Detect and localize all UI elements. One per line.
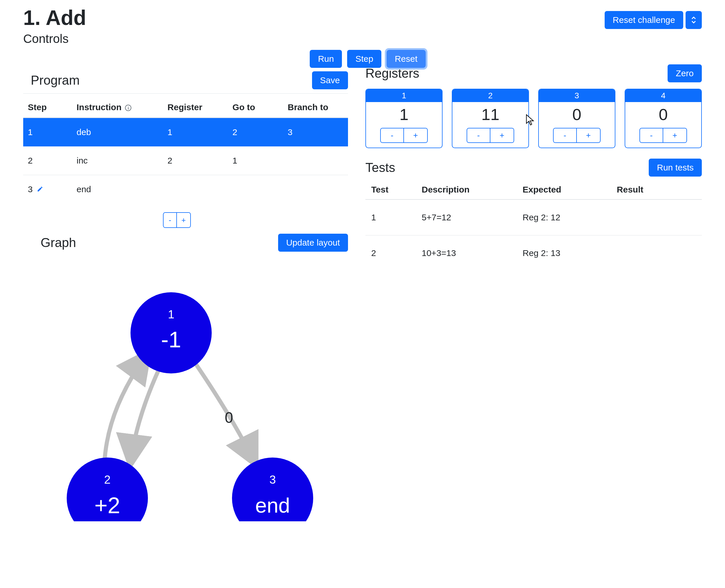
registers-heading: Registers	[366, 66, 419, 81]
svg-text:-1: -1	[161, 327, 181, 352]
col-expected: Expected	[517, 180, 611, 200]
program-cell: 2	[228, 118, 283, 146]
program-cell	[228, 175, 283, 204]
program-table: Step Instruction i Register Go to Branch…	[23, 97, 348, 204]
register-value: 0	[572, 102, 581, 128]
col-test: Test	[366, 180, 416, 200]
col-goto: Go to	[228, 97, 283, 118]
update-layout-button[interactable]: Update layout	[278, 234, 348, 252]
program-heading: Program	[23, 73, 80, 88]
svg-text:2: 2	[104, 473, 110, 486]
svg-text:3: 3	[269, 473, 276, 486]
col-step: Step	[23, 97, 72, 118]
graph-node-1[interactable]: 1 -1	[130, 292, 212, 374]
svg-text:1: 1	[168, 308, 174, 321]
register-2: 2 11 - +	[452, 89, 529, 148]
program-row[interactable]: 3 end	[23, 175, 348, 204]
challenge-select-button[interactable]	[686, 11, 702, 29]
program-cell: 3	[283, 118, 348, 146]
test-cell: 10+3=13	[416, 235, 517, 271]
col-description: Description	[416, 180, 517, 200]
program-stepper: - +	[163, 212, 191, 228]
test-cell: 1	[366, 200, 416, 235]
program-cell: inc	[72, 146, 163, 175]
test-cell: 2	[366, 235, 416, 271]
chevron-updown-icon	[691, 16, 697, 24]
reset-button[interactable]: Reset	[387, 50, 426, 68]
edge-label: 0	[225, 409, 233, 426]
register-value: 0	[659, 102, 668, 128]
program-row[interactable]: 1 deb 1 2 3	[23, 118, 348, 146]
register-dec-button[interactable]: -	[554, 128, 577, 142]
program-add-step-button[interactable]: +	[177, 213, 190, 227]
svg-text:+2: +2	[95, 492, 120, 518]
program-row[interactable]: 2 inc 2 1	[23, 146, 348, 175]
register-inc-button[interactable]: +	[404, 128, 427, 142]
reset-challenge-button[interactable]: Reset challenge	[605, 11, 683, 29]
test-cell: Reg 2: 12	[517, 200, 611, 235]
run-tests-button[interactable]: Run tests	[649, 159, 702, 176]
program-cell: 2	[163, 146, 228, 175]
tests-heading: Tests	[366, 160, 395, 175]
register-inc-button[interactable]: +	[490, 128, 514, 142]
register-4: 4 0 - +	[625, 89, 702, 148]
test-cell	[611, 200, 702, 235]
register-inc-button[interactable]: +	[663, 128, 686, 142]
tests-table: Test Description Expected Result 1 5+7=1…	[366, 180, 702, 271]
graph-node-2[interactable]: 2 +2	[67, 458, 148, 521]
program-cell: 1	[23, 118, 72, 146]
program-remove-step-button[interactable]: -	[164, 213, 177, 227]
test-cell: 5+7=12	[416, 200, 517, 235]
svg-text:end: end	[255, 494, 290, 517]
program-cell	[283, 175, 348, 204]
register-id: 2	[452, 89, 529, 102]
register-id: 3	[539, 89, 615, 102]
info-icon[interactable]: i	[125, 105, 131, 111]
register-id: 4	[625, 89, 701, 102]
col-instruction-label: Instruction	[77, 102, 122, 112]
program-cell	[283, 146, 348, 175]
register-value: 11	[481, 102, 499, 128]
test-row[interactable]: 1 5+7=12 Reg 2: 12	[366, 200, 702, 235]
register-3: 3 0 - +	[538, 89, 615, 148]
controls-subtitle: Controls	[23, 32, 86, 46]
register-1: 1 1 - +	[366, 89, 442, 148]
register-dec-button[interactable]: -	[381, 128, 404, 142]
program-cell: 1	[163, 118, 228, 146]
col-result: Result	[611, 180, 702, 200]
program-cell	[163, 175, 228, 204]
register-value: 1	[399, 102, 408, 128]
program-cell: 2	[23, 146, 72, 175]
register-id: 1	[366, 89, 442, 102]
test-cell	[611, 235, 702, 271]
run-button[interactable]: Run	[310, 50, 342, 68]
program-cell: deb	[72, 118, 163, 146]
page-title: 1. Add	[23, 6, 86, 29]
test-cell: Reg 2: 13	[517, 235, 611, 271]
save-button[interactable]: Save	[312, 71, 348, 89]
graph-canvas[interactable]: 0 1 -1 2 +2 3 end	[23, 260, 348, 521]
program-cell: end	[72, 175, 163, 204]
test-row[interactable]: 2 10+3=13 Reg 2: 13	[366, 235, 702, 271]
program-cell: 3	[23, 175, 72, 204]
col-register: Register	[163, 97, 228, 118]
program-step-value: 3	[28, 184, 33, 194]
graph-heading: Graph	[23, 235, 76, 250]
col-instruction: Instruction i	[72, 97, 163, 118]
graph-node-3[interactable]: 3 end	[232, 458, 313, 521]
step-button[interactable]: Step	[347, 50, 381, 68]
col-branchto: Branch to	[283, 97, 348, 118]
register-dec-button[interactable]: -	[640, 128, 663, 142]
register-inc-button[interactable]: +	[577, 128, 600, 142]
register-dec-button[interactable]: -	[467, 128, 490, 142]
program-cell: 1	[228, 146, 283, 175]
pencil-icon[interactable]	[37, 184, 43, 194]
